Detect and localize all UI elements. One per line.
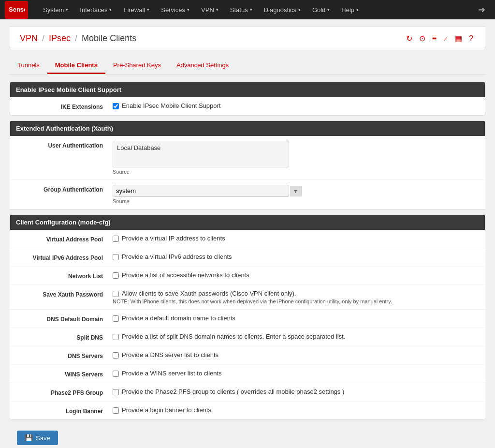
tab-tunnels[interactable]: Tunnels [10,58,47,74]
ike-extensions-check-label: Enable IPsec Mobile Client Support [122,102,221,109]
enable-ipsec-body: IKE Extensions Enable IPsec Mobile Clien… [10,97,485,115]
user-auth-label: User Authentication [16,141,113,149]
client-config-control-1: Provide a virtual IPv6 address to client… [113,253,479,260]
client-config-checkbox-6[interactable] [113,352,119,358]
nav-status-arrow: ▾ [250,7,252,12]
client-config-checkbox-7[interactable] [113,371,119,377]
nav-firewall[interactable]: Firewall ▾ [117,0,155,19]
ike-extensions-control: Enable IPsec Mobile Client Support [113,102,479,109]
client-config-control-3: Allow clients to save Xauth passwords (C… [113,290,479,304]
ike-extensions-label: IKE Extensions [16,102,113,110]
client-config-label-3: Save Xauth Password [16,290,113,298]
refresh-icon[interactable]: ↻ [404,33,414,44]
client-config-row-7: WINS ServersProvide a WINS server list t… [10,365,485,383]
question-icon[interactable]: ? [467,33,475,44]
grid-icon[interactable]: ▦ [453,33,464,44]
nav-gold-arrow: ▾ [327,7,330,12]
page-header: VPN / IPsec / Mobile Clients ↻ ⊙ ≡ ⌿ ▦ ? [10,27,485,50]
client-config-check-label-9: Provide a login banner to clients [122,406,211,414]
client-config-check-label-4: Provide a default domain name to clients [122,314,235,322]
tab-advanced-settings[interactable]: Advanced Settings [169,58,236,74]
client-config-checkbox-1[interactable] [113,254,119,260]
nav-help-arrow: ▾ [356,7,359,12]
client-config-check-5: Provide a list of split DNS domain names… [113,333,479,340]
nav-firewall-arrow: ▾ [147,7,149,12]
client-config-row-4: DNS Default DomainProvide a default doma… [10,310,485,328]
tab-mobile-clients[interactable]: Mobile Clients [47,58,105,74]
client-config-check-label-2: Provide a list of accessible networks to… [122,271,249,279]
client-config-label-1: Virtual IPv6 Address Pool [16,253,113,261]
group-auth-control: system ▼ Source [113,185,479,204]
save-button[interactable]: 💾 Save [17,431,58,445]
client-config-checkbox-2[interactable] [113,272,119,279]
brand: Sense [5,1,30,19]
header-icons: ↻ ⊙ ≡ ⌿ ▦ ? [404,33,475,44]
client-config-control-0: Provide a virtual IP address to clients [113,235,479,242]
ike-extensions-checkbox[interactable] [113,103,119,109]
client-config-row-1: Virtual IPv6 Address PoolProvide a virtu… [10,248,485,267]
client-config-check-2: Provide a list of accessible networks to… [113,271,479,279]
breadcrumb-ipsec[interactable]: IPsec [49,33,71,43]
nav-help[interactable]: Help ▾ [335,0,364,19]
client-config-check-label-5: Provide a list of split DNS domain names… [122,333,345,340]
client-config-check-label-3: Allow clients to save Xauth passwords (C… [122,290,296,297]
client-config-check-label-6: Provide a DNS server list to clients [122,351,218,358]
nav-diagnostics[interactable]: Diagnostics ▾ [258,0,306,19]
client-config-checkbox-9[interactable] [113,407,119,414]
chart-icon[interactable]: ⌿ [441,33,450,44]
nav-logout-icon[interactable]: ➜ [478,4,485,15]
client-config-checkbox-4[interactable] [113,315,119,322]
tab-pre-shared-keys[interactable]: Pre-Shared Keys [105,58,169,74]
nav-interfaces[interactable]: Interfaces ▾ [74,0,117,19]
group-auth-label: Group Authentication [16,185,113,193]
group-auth-select[interactable]: system [113,185,289,197]
client-config-checkbox-3[interactable] [113,291,119,297]
client-config-label-5: Split DNS [16,333,113,341]
client-config-check-9: Provide a login banner to clients [113,406,479,414]
save-icon: 💾 [25,434,33,442]
client-config-label-6: DNS Servers [16,351,113,359]
client-config-row-5: Split DNSProvide a list of split DNS dom… [10,328,485,346]
client-config-checkbox-8[interactable] [113,389,119,395]
group-auth-row: Group Authentication system ▼ Source [10,180,485,209]
client-config-label-7: WINS Servers [16,370,113,378]
user-auth-control: Local Database Source [113,141,479,175]
logo-box: Sense [5,1,28,19]
enable-ipsec-panel: Enable IPsec Mobile Client Support IKE E… [10,82,485,116]
client-config-row-0: Virtual Address PoolProvide a virtual IP… [10,230,485,248]
nav-vpn-arrow: ▾ [216,7,218,12]
client-config-check-8: Provide the Phase2 PFS group to clients … [113,388,479,395]
xauth-header: Extended Authentication (Xauth) [10,121,485,136]
breadcrumb-vpn[interactable]: VPN [20,33,38,43]
client-config-check-label-0: Provide a virtual IP address to clients [122,235,225,242]
nav-system[interactable]: System ▾ [37,0,74,19]
client-config-check-label-7: Provide a WINS server list to clients [122,370,222,377]
nav-status[interactable]: Status ▾ [224,0,258,19]
nav-gold[interactable]: Gold ▾ [306,0,335,19]
client-config-control-9: Provide a login banner to clients [113,406,479,414]
client-config-check-label-8: Provide the Phase2 PFS group to clients … [122,388,344,395]
help-circle-icon[interactable]: ⊙ [417,33,427,44]
user-auth-textarea[interactable]: Local Database [113,141,289,167]
client-config-control-7: Provide a WINS server list to clients [113,370,479,377]
xauth-panel: Extended Authentication (Xauth) User Aut… [10,120,485,209]
client-config-checkbox-0[interactable] [113,236,119,242]
client-config-row-3: Save Xauth PasswordAllow clients to save… [10,285,485,310]
nav-interfaces-arrow: ▾ [109,7,112,12]
group-auth-select-wrap: system ▼ [113,185,479,197]
breadcrumb-sep2: / [75,33,80,43]
client-config-panel: Client Configuration (mode-cfg) Virtual … [10,214,485,420]
client-config-label-4: DNS Default Domain [16,314,113,323]
client-config-check-0: Provide a virtual IP address to clients [113,235,479,242]
save-label: Save [36,434,50,442]
nav-services[interactable]: Services ▾ [155,0,195,19]
client-config-checkbox-5[interactable] [113,334,119,340]
nav-vpn[interactable]: VPN ▾ [195,0,224,19]
client-config-control-6: Provide a DNS server list to clients [113,351,479,358]
group-auth-select-arrow[interactable]: ▼ [290,186,302,196]
client-config-row-9: Login BannerProvide a login banner to cl… [10,402,485,419]
client-config-control-2: Provide a list of accessible networks to… [113,271,479,279]
settings-icon[interactable]: ≡ [430,33,438,44]
user-auth-row: User Authentication Local Database Sourc… [10,136,485,180]
user-auth-source-label: Source [113,169,479,175]
